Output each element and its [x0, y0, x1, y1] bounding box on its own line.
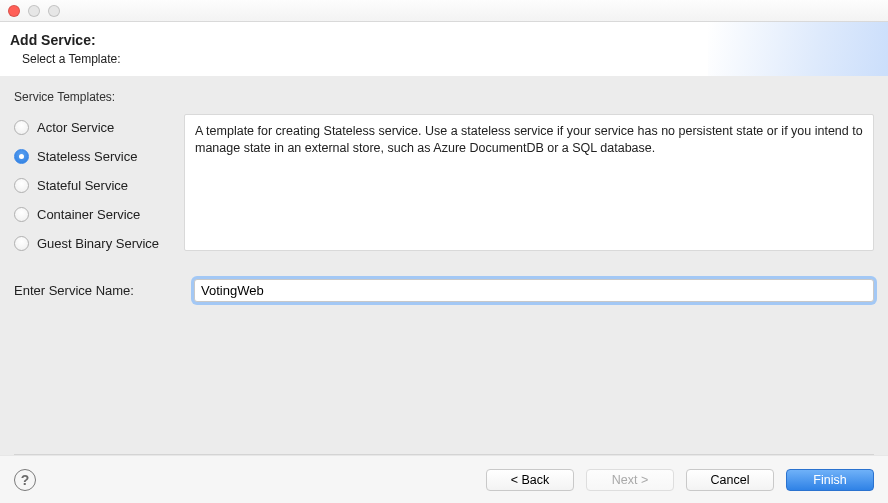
- template-list: Actor Service Stateless Service Stateful…: [14, 114, 174, 251]
- template-description: A template for creating Stateless servic…: [184, 114, 874, 251]
- page-subtitle: Select a Template:: [22, 52, 878, 66]
- service-name-input[interactable]: [194, 279, 874, 302]
- finish-button[interactable]: Finish: [786, 469, 874, 491]
- back-button[interactable]: < Back: [486, 469, 574, 491]
- header: Add Service: Select a Template:: [0, 22, 888, 76]
- footer: ? < Back Next > Cancel Finish: [0, 455, 888, 503]
- template-option-label: Container Service: [37, 207, 140, 222]
- service-name-row: Enter Service Name:: [14, 279, 874, 302]
- radio-icon: [14, 120, 29, 135]
- template-option-container[interactable]: Container Service: [14, 207, 174, 222]
- template-option-stateful[interactable]: Stateful Service: [14, 178, 174, 193]
- maximize-icon: [48, 5, 60, 17]
- template-option-stateless[interactable]: Stateless Service: [14, 149, 174, 164]
- cancel-button[interactable]: Cancel: [686, 469, 774, 491]
- radio-icon: [14, 149, 29, 164]
- close-icon[interactable]: [8, 5, 20, 17]
- template-option-actor[interactable]: Actor Service: [14, 120, 174, 135]
- template-option-guest-binary[interactable]: Guest Binary Service: [14, 236, 174, 251]
- template-option-label: Actor Service: [37, 120, 114, 135]
- template-option-label: Guest Binary Service: [37, 236, 159, 251]
- radio-icon: [14, 236, 29, 251]
- radio-icon: [14, 207, 29, 222]
- template-option-label: Stateless Service: [37, 149, 137, 164]
- radio-icon: [14, 178, 29, 193]
- content-area: Service Templates: Actor Service Statele…: [0, 76, 888, 455]
- help-glyph: ?: [21, 472, 30, 488]
- templates-row: Actor Service Stateless Service Stateful…: [14, 114, 874, 251]
- templates-group-label: Service Templates:: [14, 90, 874, 104]
- titlebar: [0, 0, 888, 22]
- add-service-dialog: Add Service: Select a Template: Service …: [0, 0, 888, 503]
- page-title: Add Service:: [10, 32, 878, 48]
- service-name-label: Enter Service Name:: [14, 283, 174, 298]
- next-button: Next >: [586, 469, 674, 491]
- template-option-label: Stateful Service: [37, 178, 128, 193]
- help-icon[interactable]: ?: [14, 469, 36, 491]
- minimize-icon: [28, 5, 40, 17]
